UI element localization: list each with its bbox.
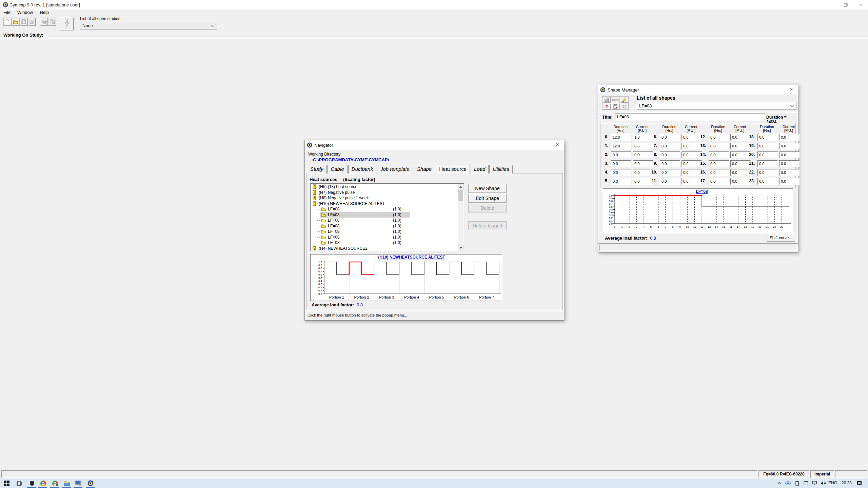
tree-item[interactable]: (H7) Negative pulse (311, 190, 458, 196)
tree-scrollbar[interactable] (458, 184, 463, 250)
tray-eye-icon-button[interactable] (784, 480, 792, 487)
duration-input[interactable]: 0.0 (611, 151, 631, 158)
tab-utilities[interactable]: Utilities (489, 165, 512, 174)
run-study-button[interactable] (60, 17, 74, 30)
tab-load[interactable]: Load (471, 165, 489, 174)
current-input[interactable]: 0.0 (779, 160, 800, 167)
current-input[interactable]: 0.0 (779, 169, 800, 176)
duration-input[interactable]: 0.0 (757, 134, 778, 141)
tree-item[interactable]: LF=08(1.0) (311, 235, 458, 240)
tray-volume-button[interactable] (819, 480, 827, 487)
new-shape-button[interactable]: New Shape (468, 184, 507, 193)
action-center-button[interactable] (855, 480, 863, 487)
duration-input[interactable]: 0.0 (660, 160, 680, 167)
current-input[interactable]: 0.0 (779, 151, 800, 158)
row-number: 2. (599, 152, 608, 157)
navigator-titlebar[interactable]: Navigator × (305, 140, 564, 150)
tab-study[interactable]: Study (307, 165, 327, 174)
menu-window[interactable]: Window (14, 9, 36, 16)
duration-input[interactable]: 0.0 (660, 151, 680, 158)
duration-input[interactable]: 0.0 (660, 178, 680, 185)
tree-item[interactable]: (H10) NEWHEATSOURCE ALITEST (311, 201, 458, 207)
tree-item[interactable]: LF=08(1.0) (311, 212, 458, 218)
delete-button[interactable]: Delete (468, 204, 507, 212)
save-button[interactable] (20, 18, 28, 26)
shift-curve-button[interactable]: Shift curve... (767, 234, 795, 242)
chrome2-taskbar-icon[interactable] (51, 480, 59, 487)
defender-taskbar-icon[interactable] (28, 480, 36, 487)
cymcap-taskbar-icon[interactable] (86, 480, 95, 487)
duration-input[interactable]: 0.0 (611, 160, 631, 167)
tree-item[interactable]: (H8) Negative pulse 1 week (311, 195, 458, 201)
tree-item[interactable]: LF=08(1.0) (311, 240, 458, 246)
scroll-down-icon[interactable] (458, 245, 463, 250)
duration-input[interactable]: 0.0 (757, 151, 778, 158)
print-preview-button[interactable] (48, 18, 56, 26)
tree-item[interactable]: (H4) NEWHEATSOURCE2 (311, 246, 458, 251)
duration-input[interactable]: 0.0 (757, 178, 778, 185)
duration-input[interactable]: 0.0 (660, 143, 680, 149)
duration-input[interactable]: 0.0 (660, 169, 680, 176)
task-view-button[interactable] (15, 480, 23, 487)
duration-input[interactable]: 0.0 (611, 178, 631, 185)
notification-icon (856, 481, 862, 486)
minimize-button[interactable] (823, 0, 838, 9)
duration-input[interactable]: 0.0 (709, 160, 729, 167)
current-input[interactable]: 0.0 (779, 134, 800, 141)
tray-network-button[interactable] (811, 480, 819, 487)
tab-shape[interactable]: Shape (414, 165, 435, 174)
tray-clock[interactable]: 20.33 (842, 481, 852, 485)
file-explorer-taskbar-icon[interactable] (63, 480, 71, 487)
row-number: 23. (746, 179, 755, 183)
duration-input[interactable]: 12.0 (611, 143, 631, 149)
duration-input[interactable]: 0.0 (660, 134, 680, 141)
duration-input[interactable]: 0.0 (757, 169, 778, 176)
tray-usb-button[interactable] (793, 480, 801, 487)
duration-input[interactable]: 0.0 (709, 151, 729, 158)
current-input[interactable]: 0.0 (779, 143, 800, 149)
tree-item[interactable]: LF=08(1.0) (311, 206, 458, 212)
duration-input[interactable]: 12.0 (611, 134, 631, 141)
print-button[interactable] (40, 18, 48, 26)
new-study-button[interactable] (3, 18, 12, 26)
edit-shape-button[interactable]: Edit Shape (468, 194, 507, 203)
scroll-up-icon[interactable] (458, 184, 463, 189)
tray-tablet-mode-button[interactable] (802, 480, 810, 487)
current-input[interactable]: 0.0 (779, 178, 800, 185)
save-as-button[interactable] (28, 18, 36, 26)
open-study-button[interactable] (12, 18, 20, 26)
tree-item[interactable]: LF=08(1.0) (311, 223, 458, 229)
svg-text:0: 0 (614, 225, 616, 228)
duration-input[interactable]: 0.0 (709, 134, 729, 141)
duration-input[interactable]: 0.0 (709, 178, 729, 185)
menu-file[interactable]: File (0, 9, 14, 16)
open-studies-dropdown[interactable]: None (80, 22, 217, 29)
tray-expand-button[interactable] (775, 480, 783, 487)
tree-item[interactable]: (H5) (13) heat source (311, 184, 458, 190)
menu-help[interactable]: Help (36, 9, 52, 16)
duration-input[interactable]: 0.0 (757, 160, 778, 167)
delete-tagged-button[interactable]: Delete tagged (468, 221, 507, 230)
tree-connector (316, 243, 320, 243)
tree-item[interactable]: LF=08(1.0) (311, 229, 458, 235)
restore-button[interactable] (838, 0, 853, 9)
tab-ductbank[interactable]: Ductbank (348, 165, 376, 174)
duration-input[interactable]: 0.0 (709, 169, 729, 176)
duration-input[interactable]: 0.0 (709, 143, 729, 149)
tray-language[interactable]: ENG (828, 481, 837, 485)
heat-source-tree[interactable]: (H5) (13) heat source(H7) Negative pulse… (310, 183, 464, 251)
tab-job-template[interactable]: Job template (377, 165, 413, 174)
tree-item[interactable]: LF=08(1.0) (311, 218, 458, 223)
duration-input[interactable]: 0.0 (611, 169, 631, 176)
tab-cable[interactable]: Cable (327, 165, 347, 174)
duration-input[interactable]: 0.0 (757, 143, 778, 149)
chrome-taskbar-icon[interactable] (39, 480, 47, 487)
tab-heat-source[interactable]: Heat source (436, 164, 470, 174)
scroll-thumb[interactable] (458, 190, 463, 201)
svg-text:12: 12 (701, 225, 704, 228)
folder-icon (321, 218, 326, 222)
navigator-close-icon[interactable]: × (552, 140, 563, 149)
remote-app-taskbar-icon[interactable] (74, 480, 82, 487)
close-button[interactable]: × (853, 0, 868, 9)
start-button[interactable] (3, 480, 11, 487)
